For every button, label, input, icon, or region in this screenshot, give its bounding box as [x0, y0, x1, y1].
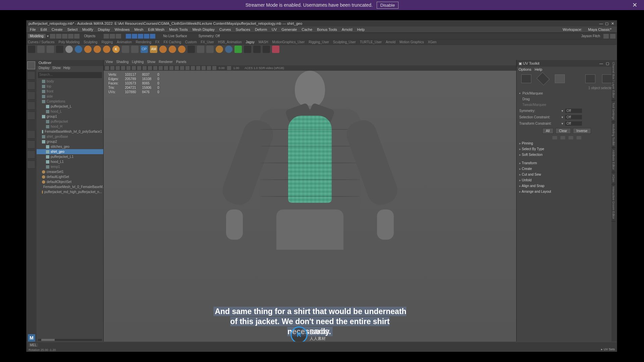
shelf-tab-curves---surfaces[interactable]: Curves / Surfaces [28, 40, 54, 44]
vp-icon[interactable] [202, 66, 206, 70]
shelf-tab-fx_user[interactable]: FX_User [201, 40, 214, 44]
shelf-tab-rendering[interactable]: Rendering [136, 40, 151, 44]
shelf-sphere2-icon[interactable] [94, 46, 101, 53]
right-tab-interactive-groom-editor[interactable]: Interactive Groom Editor [611, 184, 615, 222]
uv-conv-icon[interactable] [560, 136, 565, 139]
uv-section-align-and-snap[interactable]: Align and Snap [517, 183, 617, 189]
uv-sets-section[interactable]: ▸ UV Sets [601, 348, 615, 352]
uv-help-menu[interactable]: Help [535, 67, 542, 71]
vp-shading-menu[interactable]: Shading [116, 60, 129, 65]
vp-icon[interactable] [132, 66, 136, 70]
right-tab-xgen[interactable]: XGen [611, 172, 615, 184]
close-button[interactable]: ✕ [610, 21, 615, 26]
outliner-list[interactable]: bodytopfrontsideCompletionspufferjacket_… [37, 79, 103, 338]
uv-inverse-button[interactable]: Inverse [573, 128, 591, 134]
outliner-scrollbar[interactable] [38, 339, 102, 341]
shelf-tab-jagsy[interactable]: Jagsy [246, 40, 255, 44]
shelf-k-icon[interactable]: K [112, 46, 120, 53]
outliner-item[interactable]: top [37, 84, 103, 89]
shelf-tab-turtle_user[interactable]: TURTLE_User [360, 40, 382, 44]
uv-section-soft-selection[interactable]: Soft Selection [517, 152, 617, 158]
component-uv-icon[interactable] [144, 34, 149, 39]
symmetry-label[interactable]: Symmetry: Off [199, 34, 220, 38]
menu-cache[interactable]: Cache [300, 27, 314, 32]
open-scene-icon[interactable] [56, 34, 61, 39]
shelf-tool1-icon[interactable] [122, 46, 129, 53]
vp-icon[interactable] [137, 66, 141, 70]
command-line[interactable]: MEL [26, 342, 617, 348]
menu-select[interactable]: Select [65, 27, 80, 32]
uv-conv-icon[interactable] [569, 136, 573, 139]
outliner-item[interactable]: body [37, 79, 103, 84]
shelf-sphere5-icon[interactable] [169, 46, 176, 53]
vp-icon[interactable] [169, 66, 173, 70]
shelf-sphere4-icon[interactable] [159, 46, 167, 53]
layout-four-icon[interactable] [27, 140, 35, 148]
outliner-item[interactable]: pufferjacket [37, 119, 103, 124]
shelf-fx3-icon[interactable] [263, 46, 270, 53]
vp-icon[interactable] [196, 66, 200, 70]
menu-help[interactable]: Help [355, 27, 367, 32]
shelf-tab-hsb_animation[interactable]: HSB_Animation [218, 40, 242, 44]
workspace-value[interactable]: Maya Classic* [586, 27, 613, 32]
outliner-help-menu[interactable]: Help [63, 66, 70, 71]
maximize-button[interactable]: ▢ [604, 21, 609, 26]
outliner-item[interactable]: FemaleBaseMesh_lvl_0_FemaleBaseM... [37, 184, 103, 189]
outliner-search[interactable]: Search... [38, 72, 102, 78]
outliner-item[interactable]: front [37, 89, 103, 94]
component-multi-icon[interactable] [150, 34, 155, 39]
shelf-cube-icon[interactable] [234, 46, 242, 53]
menu-edit-mesh[interactable]: Edit Mesh [146, 27, 166, 32]
component-vert-icon[interactable] [126, 34, 131, 39]
shelf-sphere1-icon[interactable] [84, 46, 92, 53]
snap-curve-icon[interactable] [110, 34, 115, 39]
shelf-folder2-icon[interactable] [47, 46, 54, 53]
vp-panels-menu[interactable]: Panels [176, 60, 186, 65]
menu-create[interactable]: Create [50, 27, 65, 32]
uv-options-menu[interactable]: Options [519, 67, 531, 71]
menu-file[interactable]: File [28, 27, 38, 32]
select-tool-icon[interactable] [27, 61, 35, 69]
shelf-orb-icon[interactable] [216, 46, 223, 53]
new-scene-icon[interactable] [50, 34, 55, 39]
vp-icon[interactable] [143, 66, 147, 70]
shelf-tab-xgen[interactable]: XGen [428, 40, 437, 44]
shelf-fx2-icon[interactable] [253, 46, 261, 53]
vp-icon[interactable] [212, 66, 216, 70]
uv-grid1-icon[interactable] [585, 74, 595, 83]
outliner-item[interactable]: hood_L [37, 109, 103, 114]
outliner-item[interactable]: stitches_geo [37, 144, 103, 149]
menu-edit[interactable]: Edit [39, 27, 49, 32]
uv-mode-face-icon[interactable] [521, 74, 531, 83]
uv-drag-option[interactable]: Drag [523, 97, 530, 101]
vp-show-menu[interactable]: Show [147, 60, 155, 65]
menu-display[interactable]: Display [96, 27, 112, 32]
uv-all-button[interactable]: All [542, 128, 553, 134]
sync-icon[interactable] [610, 34, 615, 39]
live-surface-label[interactable]: No Live Surface [163, 34, 187, 38]
shelf-fx1-icon[interactable] [244, 46, 251, 53]
shelf-orb2-icon[interactable] [225, 46, 232, 53]
uv-clear-button[interactable]: Clear [555, 128, 571, 134]
outliner-item[interactable]: pufferjacket_L1 [37, 154, 103, 159]
right-tab-attribute-editor[interactable]: Attribute Editor [611, 148, 615, 172]
uv-min-icon[interactable]: — [599, 61, 603, 65]
uv-conv-icon[interactable] [577, 136, 581, 139]
shelf-am-icon[interactable]: AM [150, 46, 157, 53]
menu-arnold[interactable]: Arnold [340, 27, 355, 32]
shelf-tool4-icon[interactable] [206, 46, 214, 53]
menu-curves[interactable]: Curves [217, 27, 233, 32]
uv-section-arrange-and-layout[interactable]: Arrange and Layout [517, 189, 617, 194]
move-tool-icon[interactable] [27, 92, 35, 100]
uv-mode-edge-icon[interactable] [536, 72, 550, 85]
shelf-tab-motion-graphics[interactable]: Motion Graphics [399, 40, 424, 44]
outliner-item[interactable]: shirt_geoBase [37, 134, 103, 139]
outliner-item[interactable]: temp1 [37, 164, 103, 169]
uv-selcon-value[interactable]: Off [565, 115, 582, 119]
vp-icon[interactable] [227, 66, 231, 70]
uv-tweak-option[interactable]: Tweak/Marquee [523, 103, 546, 107]
component-face-icon[interactable] [138, 34, 143, 39]
shelf-bluecircle-icon[interactable] [75, 46, 82, 53]
outliner-item[interactable]: FemaleBaseMesh_lvl_0_polySurface1 [37, 129, 103, 134]
menu-bonus-tools[interactable]: Bonus Tools [315, 27, 339, 32]
